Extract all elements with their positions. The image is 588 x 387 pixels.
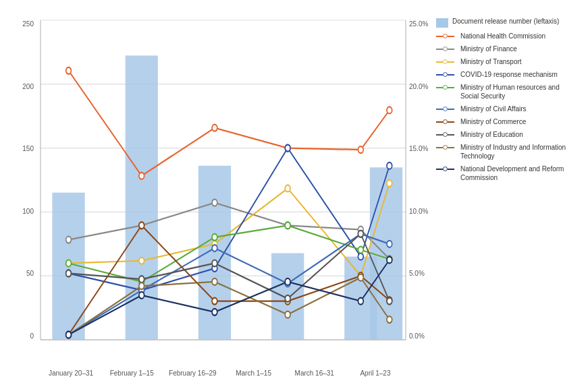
legend-label-bar: Document release number (leftaxis) [452,17,559,26]
dot-moe-4 [358,231,363,237]
y-right-tick-5: 5.0% [409,270,425,277]
y-left-tick-250: 250 [22,20,34,28]
dot-moe-3 [285,295,290,302]
y-left-tick-200: 200 [22,83,34,90]
dot-ndrc-0 [66,332,72,338]
legend-label-mot: Ministry of Transport [460,57,522,66]
dot-nhc-2 [212,125,217,131]
line-nhc [69,71,390,176]
dot-miit-2 [212,278,217,285]
y-axis-right: 25.0% 20.0% 15.0% 10.0% 5.0% 0.0% [406,20,433,340]
dot-moe-2 [212,260,217,267]
legend-item-mot: Ministry of Transport [436,57,578,66]
legend-label-covid: COVID-19 response mechanism [460,70,558,79]
dot-ndrc-5 [387,257,392,264]
dot-miit-1 [139,282,144,289]
dot-mot-5 [387,180,392,187]
legend-line-mof [436,47,456,51]
chart-area: 250 200 150 100 50 0 25.0% 20.0% 15.0% 1… [7,7,433,380]
y-left-tick-100: 100 [22,208,34,215]
dot-ndrc-1 [139,292,144,299]
legend-item-mca: Ministry of Civil Affairs [436,105,578,113]
legend-dot-moe [443,132,448,137]
legend-dot-ndrc [443,167,448,171]
x-label-mar1: March 1–15 [223,369,284,377]
legend-line-moc [436,119,456,124]
y-left-tick-150: 150 [22,145,34,152]
dot-mhr-0 [66,260,72,267]
dot-nhc-0 [66,67,72,74]
legend-line-mhr [436,85,456,90]
legend-item-covid: COVID-19 response mechanism [436,70,578,79]
legend-line-mot [436,59,456,64]
legend-line-miit [436,145,456,150]
y-right-tick-0: 0.0% [409,332,425,340]
legend-dot-moc [443,119,448,124]
legend-item-moc: Ministry of Commerce [436,117,578,126]
dot-miit-4 [358,274,363,281]
x-label-feb2: February 16–29 [162,369,223,377]
legend-dot-mhr [443,85,448,90]
dot-mof-2 [212,200,217,206]
legend-dot-miit [443,145,448,150]
dot-covid-3 [285,145,290,152]
legend-dot-nhc [443,34,448,38]
legend-label-moe: Ministry of Education [460,130,523,139]
chart-container: 250 200 150 100 50 0 25.0% 20.0% 15.0% 1… [0,0,588,387]
x-label-apr: April 1–23 [345,369,406,377]
dot-moe-0 [66,270,72,276]
dot-covid-5 [387,162,392,169]
legend-line-covid [436,72,456,77]
legend-line-mca [436,107,456,111]
legend-item-mof: Ministry of Finance [436,44,578,53]
legend-label-moc: Ministry of Commerce [460,117,526,126]
chart-svg [41,20,406,340]
x-label-jan: January 20–31 [41,369,101,377]
dot-mof-0 [66,237,72,243]
legend-label-mof: Ministry of Finance [460,44,517,53]
y-right-tick-25: 25.0% [409,20,428,28]
legend-line-nhc [436,34,456,38]
legend-item-miit: Ministry of Industry and Information Tec… [436,143,578,160]
legend-item-moe: Ministry of Education [436,130,578,139]
dot-covid-4 [358,254,363,260]
dot-moc-1 [139,222,144,229]
y-left-tick-0: 0 [30,332,34,340]
dot-miit-5 [387,316,392,323]
x-label-feb1: February 1–15 [101,369,162,377]
y-axis-left: 250 200 150 100 50 0 [7,20,37,340]
legend-item-ndrc: National Development and Reform Commissi… [436,165,578,182]
dot-mot-1 [139,258,144,264]
legend-dot-covid [443,72,448,77]
dot-mot-3 [285,185,290,191]
dot-miit-3 [285,311,290,318]
dot-mca-5 [387,241,392,247]
dot-mhr-4 [358,247,363,254]
x-label-mar2: March 16–31 [284,369,345,377]
dot-mca-2 [212,245,217,251]
dot-moe-1 [139,276,144,282]
legend-dot-mot [443,59,448,64]
legend-bar-icon [436,18,448,28]
legend-item-bar: Document release number (leftaxis) [436,17,578,28]
y-left-tick-50: 50 [26,270,34,277]
dot-mhr-3 [285,222,290,229]
dot-ndrc-3 [285,278,290,285]
legend-item-nhc: National Health Commission [436,32,578,40]
legend-label-mca: Ministry of Civil Affairs [460,105,527,113]
y-right-tick-15: 15.0% [409,145,428,152]
dot-nhc-5 [387,107,392,113]
x-axis: January 20–31 February 1–15 February 16–… [41,369,406,377]
legend-label-ndrc: National Development and Reform Commissi… [460,165,578,182]
dot-ndrc-4 [358,298,363,305]
legend-dot-mof [443,47,448,51]
legend-line-moe [436,132,456,137]
legend-line-ndrc [436,167,456,171]
plot-area [41,20,406,340]
y-right-tick-10: 10.0% [409,208,428,215]
legend-label-nhc: National Health Commission [460,32,545,40]
legend-label-miit: Ministry of Industry and Information Tec… [460,143,578,160]
dot-nhc-1 [139,173,144,179]
dot-ndrc-2 [212,309,217,316]
legend-dot-mca [443,107,448,111]
